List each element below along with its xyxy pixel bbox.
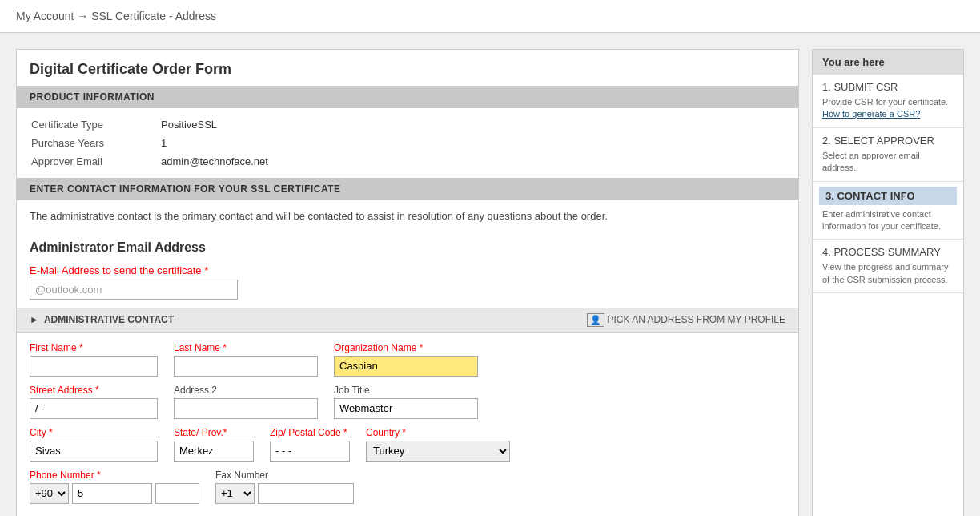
orgname-group: Organization Name * bbox=[334, 342, 478, 377]
step-3-desc: Enter administrative contact information… bbox=[822, 208, 954, 233]
fax-input[interactable] bbox=[258, 483, 354, 504]
sidebar-step-2: 2. SELECT APPROVER Select an approver em… bbox=[813, 128, 963, 182]
breadcrumb-arrow: → bbox=[77, 10, 88, 22]
form-title: Digital Certificate Order Form bbox=[17, 50, 798, 86]
admin-email-title: Administrator Email Address bbox=[17, 232, 798, 261]
firstname-group: First Name * bbox=[30, 342, 158, 377]
product-info-header: PRODUCT INFORMATION bbox=[17, 86, 798, 108]
approver-email-label: Approver Email bbox=[31, 153, 159, 170]
state-label: State/ Prov.* bbox=[174, 427, 254, 438]
cert-type-value: PositiveSSL bbox=[161, 116, 784, 133]
step-4-desc: View the progress and summary of the CSR… bbox=[822, 261, 954, 286]
form-row-2: Street Address * Address 2 Job Title bbox=[30, 385, 785, 419]
fields-area: First Name * Last Name * Organization Na… bbox=[17, 333, 798, 517]
orgname-input[interactable] bbox=[334, 356, 478, 377]
required-star: * bbox=[202, 264, 209, 276]
sidebar-step-3: 3. CONTACT INFO Enter administrative con… bbox=[813, 182, 963, 240]
city-group: City * bbox=[30, 427, 158, 462]
orgname-label: Organization Name * bbox=[334, 342, 478, 353]
admin-contact-label: ADMINISTRATIVE CONTACT bbox=[44, 314, 174, 325]
sidebar: You are here 1. SUBMIT CSR Provide CSR f… bbox=[812, 49, 964, 516]
product-info-table: Certificate Type PositiveSSL Purchase Ye… bbox=[17, 108, 798, 178]
lastname-label: Last Name * bbox=[174, 342, 318, 353]
zip-group: Zip/ Postal Code * bbox=[270, 427, 350, 462]
jobtitle-group: Job Title bbox=[334, 385, 478, 419]
lastname-input[interactable] bbox=[174, 356, 318, 377]
phone-input[interactable] bbox=[72, 483, 152, 504]
fax-label: Fax Number bbox=[215, 470, 354, 481]
email-input-row bbox=[17, 278, 798, 308]
street-input[interactable] bbox=[30, 398, 158, 419]
state-input[interactable] bbox=[174, 441, 254, 462]
sidebar-step-4: 4. PROCESS SUMMARY View the progress and… bbox=[813, 240, 963, 293]
generate-csr-link[interactable]: How to generate a CSR? bbox=[822, 109, 920, 119]
fax-inputs: +1 +90 +44 bbox=[215, 483, 354, 504]
phone-ext-input[interactable] bbox=[155, 483, 199, 504]
zip-label: Zip/ Postal Code * bbox=[270, 427, 350, 438]
purchase-years-label: Purchase Years bbox=[31, 135, 159, 151]
approver-email-row: Approver Email admin@technoface.net bbox=[31, 153, 784, 170]
cert-type-label: Certificate Type bbox=[31, 116, 159, 133]
fax-country-select[interactable]: +1 +90 +44 bbox=[215, 483, 255, 504]
profile-icon: 👤 bbox=[587, 313, 604, 327]
breadcrumb-my-account[interactable]: My Account bbox=[16, 10, 74, 22]
zip-input[interactable] bbox=[270, 441, 350, 462]
step-1-title: 1. SUBMIT CSR bbox=[822, 81, 954, 93]
lastname-group: Last Name * bbox=[174, 342, 318, 377]
breadcrumb-current: SSL Certificate - Address bbox=[91, 10, 216, 22]
jobtitle-input[interactable] bbox=[334, 398, 478, 419]
city-label: City * bbox=[30, 427, 158, 438]
addr2-label: Address 2 bbox=[174, 385, 318, 396]
step-2-title: 2. SELECT APPROVER bbox=[822, 135, 954, 147]
main-form-container: Digital Certificate Order Form PRODUCT I… bbox=[16, 49, 799, 516]
firstname-label: First Name * bbox=[30, 342, 158, 353]
pick-profile-btn[interactable]: 👤 PICK AN ADDRESS FROM MY PROFILE bbox=[587, 313, 786, 327]
addr2-group: Address 2 bbox=[174, 385, 318, 419]
form-row-4: Phone Number * +90 +1 +44 Fax Number bbox=[30, 470, 785, 504]
form-row-1: First Name * Last Name * Organization Na… bbox=[30, 342, 785, 377]
fax-group: Fax Number +1 +90 +44 bbox=[215, 470, 354, 504]
step-1-desc: Provide CSR for your certificate. How to… bbox=[822, 96, 954, 121]
city-input[interactable] bbox=[30, 441, 158, 462]
country-group: Country * Turkey United States United Ki… bbox=[366, 427, 510, 462]
step-3-title: 3. CONTACT INFO bbox=[819, 187, 957, 205]
country-label: Country * bbox=[366, 427, 510, 438]
pick-profile-label: PICK AN ADDRESS FROM MY PROFILE bbox=[608, 314, 786, 325]
addr2-input[interactable] bbox=[174, 398, 318, 419]
contact-info-header: ENTER CONTACT INFORMATION FOR YOUR SSL C… bbox=[17, 178, 798, 200]
approver-email-value: admin@technoface.net bbox=[161, 153, 784, 170]
street-label: Street Address * bbox=[30, 385, 158, 396]
phone-country-select[interactable]: +90 +1 +44 bbox=[30, 483, 69, 504]
breadcrumb-bar: My Account → SSL Certificate - Address bbox=[0, 0, 980, 33]
breadcrumb-text: My Account → SSL Certificate - Address bbox=[16, 10, 216, 22]
purchase-years-value: 1 bbox=[161, 135, 784, 151]
form-row-3: City * State/ Prov.* Zip/ Postal Code * bbox=[30, 427, 785, 462]
admin-contact-bar: ► ADMINISTRATIVE CONTACT 👤 PICK AN ADDRE… bbox=[17, 308, 798, 333]
triangle-icon: ► bbox=[30, 314, 39, 325]
email-input[interactable] bbox=[30, 280, 238, 300]
cert-type-row: Certificate Type PositiveSSL bbox=[31, 116, 784, 133]
step-4-title: 4. PROCESS SUMMARY bbox=[822, 246, 954, 258]
state-group: State/ Prov.* bbox=[174, 427, 254, 462]
admin-contact-toggle[interactable]: ► ADMINISTRATIVE CONTACT bbox=[30, 314, 174, 325]
firstname-input[interactable] bbox=[30, 356, 158, 377]
jobtitle-label: Job Title bbox=[334, 385, 478, 396]
street-group: Street Address * bbox=[30, 385, 158, 419]
country-select[interactable]: Turkey United States United Kingdom bbox=[366, 441, 510, 462]
sidebar-step-1: 1. SUBMIT CSR Provide CSR for your certi… bbox=[813, 75, 963, 128]
phone-label: Phone Number * bbox=[30, 470, 199, 481]
step-2-desc: Select an approver email address. bbox=[822, 150, 954, 175]
contact-description: The administrative contact is the primar… bbox=[17, 200, 798, 232]
phone-group: Phone Number * +90 +1 +44 bbox=[30, 470, 199, 504]
email-label: E-Mail Address to send the certificate * bbox=[17, 261, 798, 278]
sidebar-title: You are here bbox=[813, 50, 963, 75]
purchase-years-row: Purchase Years 1 bbox=[31, 135, 784, 151]
phone-inputs: +90 +1 +44 bbox=[30, 483, 199, 504]
